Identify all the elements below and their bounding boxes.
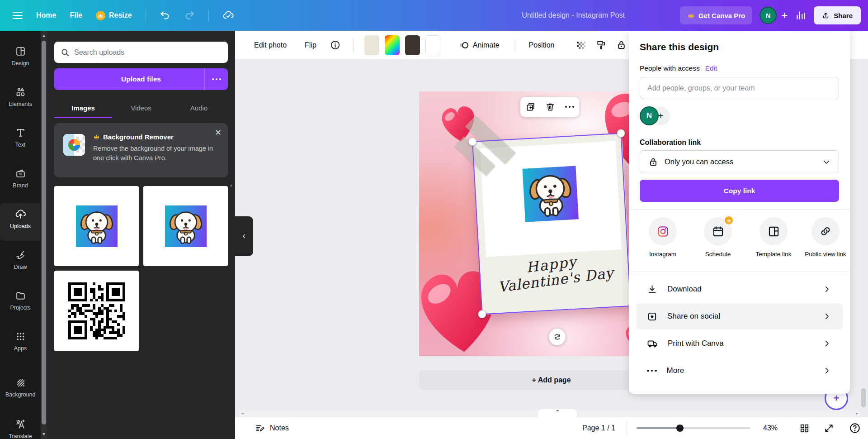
sidebar-item-brand[interactable]: co. Brand: [0, 162, 41, 200]
tab-audio[interactable]: Audio: [170, 98, 228, 117]
chevron-right-icon: [823, 339, 831, 348]
sidebar-item-translate[interactable]: Translate: [0, 413, 41, 439]
scroll-up-icon[interactable]: ▲: [41, 33, 47, 38]
flip-button[interactable]: Flip: [305, 41, 316, 49]
qr-code-image: [68, 282, 125, 339]
tab-videos[interactable]: Videos: [112, 98, 170, 117]
upload-more-options-icon[interactable]: [204, 68, 228, 90]
menu-item-more[interactable]: More: [636, 358, 843, 384]
sidebar-scrollbar[interactable]: ▲ ▼: [41, 31, 47, 439]
main-menu-icon[interactable]: [13, 12, 23, 19]
menu-item-share-on-social[interactable]: Share on social: [636, 303, 843, 329]
zoom-level[interactable]: 43%: [763, 424, 778, 432]
tab-images[interactable]: Images: [54, 98, 112, 117]
scroll-left-icon[interactable]: ◂: [241, 411, 244, 415]
people-with-access-label: People with access: [640, 64, 700, 72]
get-canva-pro-button[interactable]: Get Canva Pro: [680, 6, 752, 24]
menu-item-print-with-canva[interactable]: Print with Canva: [636, 330, 843, 357]
sidebar-item-projects[interactable]: Projects: [0, 284, 41, 322]
sidebar-item-uploads[interactable]: Uploads: [0, 203, 41, 241]
cloud-save-icon: [222, 10, 234, 21]
panel-scroll-up-icon[interactable]: ▲: [229, 183, 233, 187]
account-avatar[interactable]: N: [760, 7, 777, 24]
chevron-left-icon: [241, 234, 247, 239]
more-options-icon[interactable]: [565, 106, 574, 108]
uploads-panel: Upload files Images Videos Audio ✕: [47, 31, 235, 439]
zoom-slider-thumb[interactable]: [676, 425, 684, 432]
edit-photo-button[interactable]: Edit photo: [254, 41, 287, 49]
dog-photo[interactable]: [522, 166, 578, 222]
delete-icon[interactable]: [545, 102, 555, 112]
grid-view-icon[interactable]: [799, 423, 810, 434]
scroll-right-icon[interactable]: ▸: [856, 411, 858, 415]
search-input[interactable]: [74, 48, 222, 57]
polaroid-frame[interactable]: Happy Valentine's Day: [473, 134, 632, 315]
resize-menu-item[interactable]: Resize: [96, 11, 132, 20]
pro-crown-badge: [724, 215, 734, 225]
sidebar-item-design[interactable]: Design: [0, 40, 41, 78]
info-icon[interactable]: [330, 40, 340, 50]
undo-icon[interactable]: [160, 10, 170, 21]
notes-button[interactable]: Notes: [255, 423, 289, 433]
chevron-down-icon: [822, 158, 830, 166]
menu-item-download[interactable]: Download: [636, 276, 843, 302]
help-icon[interactable]: [849, 422, 861, 434]
file-menu-item[interactable]: File: [70, 11, 82, 19]
bottom-bar-collapse-tab[interactable]: ⌃: [538, 409, 577, 417]
projects-icon: [15, 290, 26, 301]
sidebar-item-elements[interactable]: Elements: [0, 81, 41, 119]
background-remover-app-icon: [63, 134, 85, 156]
uploaded-image-qr-code[interactable]: [54, 271, 139, 351]
color-swatch-white[interactable]: [425, 35, 440, 55]
sidebar-item-draw[interactable]: Draw: [0, 243, 41, 282]
rotate-handle[interactable]: [549, 329, 566, 345]
sidebar-item-background[interactable]: Background: [0, 371, 41, 409]
color-swatch-dark[interactable]: [405, 35, 420, 55]
fullscreen-icon[interactable]: [824, 423, 834, 434]
copy-style-icon[interactable]: [596, 40, 606, 50]
redo-icon[interactable]: [184, 10, 195, 21]
color-swatch-beige[interactable]: [364, 35, 379, 55]
close-icon[interactable]: ✕: [215, 128, 222, 137]
color-swatch-rainbow[interactable]: [385, 35, 400, 55]
link-access-dropdown[interactable]: Only you can access: [640, 150, 839, 173]
transparency-icon[interactable]: [575, 40, 586, 51]
more-icon: [647, 370, 657, 372]
lock-icon[interactable]: [616, 40, 627, 50]
upload-files-button[interactable]: Upload files: [54, 68, 228, 90]
copy-link-button[interactable]: Copy link: [640, 180, 839, 202]
bottom-bar: Notes Page 1 / 1 43%: [235, 417, 868, 439]
add-member-icon[interactable]: +: [781, 10, 788, 21]
zoom-slider[interactable]: [637, 427, 750, 429]
animate-button[interactable]: Animate: [458, 40, 500, 51]
insights-icon[interactable]: [795, 10, 807, 21]
search-box[interactable]: [54, 42, 228, 63]
share-shortcut-schedule[interactable]: Schedule: [690, 217, 745, 258]
share-button[interactable]: Share: [814, 6, 861, 24]
share-shortcut-template-link[interactable]: Template link: [746, 217, 801, 258]
design-title[interactable]: Untitled design - Instagram Post: [522, 11, 625, 19]
svg-text:co.: co.: [19, 172, 23, 176]
edit-access-link[interactable]: Edit: [705, 64, 717, 72]
uploaded-image-dog-1[interactable]: [54, 186, 139, 266]
sidebar-item-text[interactable]: Text: [0, 121, 41, 159]
link-access-value: Only you can access: [665, 157, 816, 166]
scroll-down-icon[interactable]: ▼: [41, 432, 47, 436]
vertical-scroll-thumb[interactable]: [861, 388, 866, 407]
sidebar-scroll-thumb[interactable]: [42, 41, 46, 425]
link-icon: [819, 225, 832, 238]
download-icon: [647, 284, 657, 295]
uploads-icon: [15, 209, 26, 220]
duplicate-icon[interactable]: [525, 102, 536, 112]
share-shortcut-public-view-link[interactable]: Public view link: [801, 217, 850, 258]
toolbar-divider: [353, 38, 354, 52]
sidebar-item-apps[interactable]: Apps: [0, 325, 41, 363]
background-icon: [15, 377, 26, 388]
panel-collapse-tab[interactable]: [235, 216, 253, 256]
element-floating-toolbar: [520, 97, 579, 117]
home-menu-item[interactable]: Home: [36, 11, 56, 19]
share-shortcut-instagram[interactable]: Instagram: [635, 217, 690, 258]
add-people-input[interactable]: [640, 77, 839, 99]
uploaded-image-dog-2[interactable]: [143, 186, 228, 266]
position-button[interactable]: Position: [529, 41, 555, 49]
